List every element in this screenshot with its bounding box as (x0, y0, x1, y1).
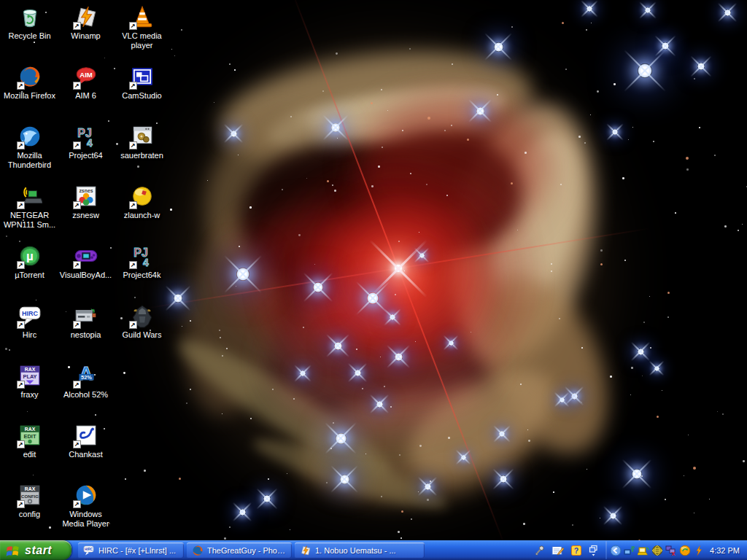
desktop-icon-chankast[interactable]: ↗ Chankast (58, 423, 114, 459)
nebula-blob (354, 131, 522, 255)
chankast-icon: ↗ (74, 423, 98, 448)
desktop-icon-label: Alcohol 52% (58, 390, 114, 400)
shortcut-arrow-icon: ↗ (73, 22, 81, 30)
security-update-icon[interactable] (679, 545, 691, 556)
desktop-icon-project64[interactable]: PJ4↗ Project64 (58, 124, 114, 160)
desktop-icon-zsnesw[interactable]: zsnes↗ zsnesw (58, 184, 114, 220)
nebula-blob (392, 348, 571, 497)
desktop-icon-camstudio[interactable]: ↗ CamStudio (114, 64, 170, 101)
shortcut-arrow-icon: ↗ (73, 141, 81, 149)
taskbar-button-winamp[interactable]: 1. Nobuo Uematsu - ... (295, 542, 425, 559)
svg-text:4: 4 (143, 257, 149, 268)
restore-options-icon[interactable] (589, 545, 598, 556)
desktop-icon-visualboyadvance[interactable]: ↗ VisualBoyAd... (58, 244, 114, 280)
desktop-icon-label: VisualBoyAd... (58, 271, 114, 280)
svg-text:AIM: AIM (80, 71, 93, 79)
shortcut-arrow-icon: ↗ (73, 201, 81, 209)
svg-text:x: x (672, 550, 676, 556)
winamp-agent-icon[interactable] (693, 545, 705, 556)
desktop-icon-edit[interactable]: RAXEDIT↗ edit (1, 423, 58, 459)
wmp-icon: ↗ (74, 483, 98, 508)
desktop-icon-windows-media-player[interactable]: ↗ Windows Media Player (58, 483, 114, 529)
nebula-red-glow (245, 152, 551, 414)
desktop-icon-hirc[interactable]: HIRC↗ Hirc (1, 303, 58, 340)
hirc-icon: HIRC↗ (18, 303, 42, 328)
shortcut-arrow-icon: ↗ (17, 82, 25, 90)
desktop-icon-fraxy[interactable]: RAXPLAY↗ fraxy (1, 363, 58, 400)
desktop-icon-recycle-bin[interactable]: Recycle Bin (1, 4, 58, 41)
microphone-icon[interactable] (534, 545, 545, 556)
desktop-icon-guild-wars[interactable]: ↗ Guild Wars (114, 303, 170, 340)
desktop-icon-nestopia[interactable]: ↗ nestopia (58, 303, 114, 340)
firefox-icon: ↗ (18, 64, 42, 89)
shortcut-arrow-icon: ↗ (73, 261, 81, 269)
shortcut-arrow-icon: ↗ (17, 321, 25, 329)
svg-text:µ: µ (26, 249, 34, 263)
desktop-icon-label: Mozilla Firefox (1, 91, 58, 101)
desktop-icon-config[interactable]: RAXCONFIG↗ config (1, 483, 58, 519)
start-button[interactable]: start (0, 540, 71, 560)
taskbar-button-firefox[interactable]: TheGreatGuy - Photo... (187, 542, 292, 559)
shortcut-arrow-icon: ↗ (129, 321, 137, 329)
system-tray: x (610, 545, 705, 556)
globe-icon[interactable] (651, 545, 663, 556)
svg-text:4: 4 (87, 137, 93, 149)
recycle-bin-icon (18, 4, 42, 29)
winamp-icon (300, 545, 311, 556)
desktop-icon-label: NETGEAR WPN111 Sm... (1, 211, 58, 230)
nebula-blob (357, 95, 547, 241)
firefox-icon (192, 545, 204, 556)
shortcut-arrow-icon: ↗ (129, 261, 137, 269)
taskbar-buttons: HIRC HIRC - [#x [+Llnrst] ... TheGreatGu… (78, 542, 425, 559)
shortcut-arrow-icon: ↗ (73, 82, 81, 90)
project64-icon: PJ4↗ (74, 124, 98, 149)
desktop-icon-label: Guild Wars (114, 330, 170, 340)
desktop-icon-thunderbird[interactable]: ↗ Mozilla Thunderbird (1, 124, 58, 170)
desktop-icon-label: Project64 (58, 151, 114, 160)
svg-text:zsnes: zsnes (79, 188, 93, 193)
netgear-laptop-icon[interactable] (638, 545, 649, 556)
taskbar-button-label: 1. Nobuo Uematsu - ... (315, 546, 396, 555)
taskbar-button-label: HIRC - [#x [+Llnrst] ... (98, 546, 176, 555)
zsnes-icon: zsnes↗ (74, 184, 98, 209)
desktop-icon-vlc[interactable]: ↗ VLC media player (114, 4, 170, 50)
nebula-blob (180, 90, 352, 283)
taskbar-clock[interactable]: 4:32 PM (710, 546, 740, 555)
nebula-blob (293, 374, 546, 516)
svg-text:RAX: RAX (24, 427, 35, 432)
desktop: Recycle Bin ↗ Winamp ↗ VLC media player … (0, 0, 747, 560)
help-icon[interactable]: ? (570, 545, 582, 556)
camstudio-icon: ↗ (130, 64, 155, 89)
desktop-icon-winamp[interactable]: ↗ Winamp (58, 4, 114, 41)
desktop-icon-label: Mozilla Thunderbird (1, 151, 58, 170)
taskbar-button-hirc[interactable]: HIRC HIRC - [#x [+Llnrst] ... (78, 542, 184, 559)
red-diffraction-spike (290, 0, 506, 548)
svg-text:EDIT: EDIT (23, 433, 36, 440)
desktop-icon-firefox[interactable]: ↗ Mozilla Firefox (1, 64, 58, 101)
shortcut-arrow-icon: ↗ (129, 141, 137, 149)
rax-config-icon: RAXCONFIG↗ (18, 483, 42, 508)
desktop-icon-label: zsnesw (58, 211, 114, 220)
show-hidden-icons-chevron[interactable] (610, 545, 622, 556)
desktop-icon-alcohol-52[interactable]: A52%↗ Alcohol 52% (58, 363, 114, 400)
nebula-blob (172, 206, 295, 421)
desktop-icon-project64k[interactable]: PJ4↗ Project64k (114, 244, 170, 280)
shortcut-arrow-icon: ↗ (17, 141, 25, 149)
desktop-icon-label: Windows Media Player (58, 510, 114, 529)
network-disconnected-icon[interactable]: x (665, 545, 677, 556)
svg-text:HIRC: HIRC (85, 548, 93, 551)
nestopia-icon: ↗ (74, 303, 98, 328)
desktop-icon-sauerbraten[interactable]: ↗ sauerbraten (114, 124, 170, 160)
wireless-signal-icon[interactable] (624, 545, 635, 556)
desktop-icon-zlaunch-w[interactable]: ↗ zlaunch-w (114, 184, 170, 220)
desktop-icon-aim6[interactable]: AIM↗ AIM 6 (58, 64, 114, 101)
desktop-icon-utorrent[interactable]: µ↗ µTorrent (1, 244, 58, 280)
rax-edit-icon: RAXEDIT↗ (18, 423, 42, 448)
nebula-blob (427, 90, 617, 376)
svg-text:RAX: RAX (24, 367, 35, 372)
shortcut-arrow-icon: ↗ (73, 321, 81, 329)
nebula-blob (169, 325, 400, 491)
writing-pad-icon[interactable] (551, 545, 564, 556)
desktop-icon-netgear-wpn111[interactable]: ↗ NETGEAR WPN111 Sm... (1, 184, 58, 230)
desktop-icon-label: zlaunch-w (114, 211, 170, 220)
